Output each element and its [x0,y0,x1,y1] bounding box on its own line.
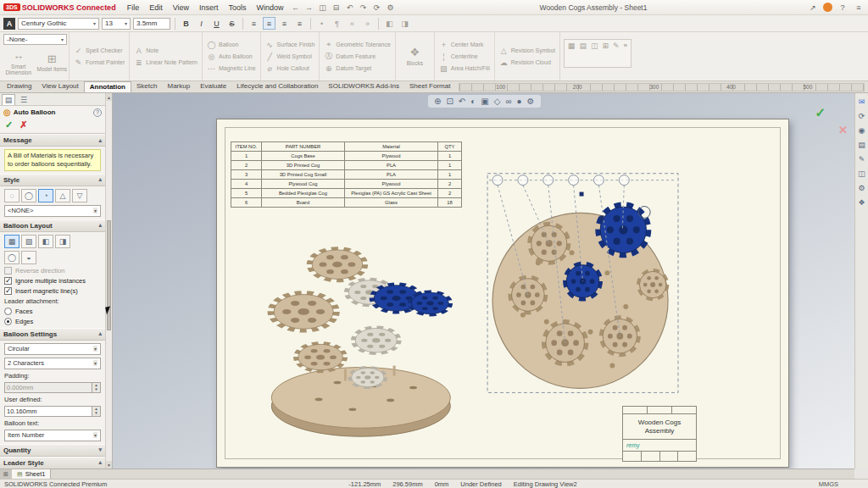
bullets-icon[interactable]: • [315,17,328,30]
text-format-icon[interactable]: A [3,18,15,30]
propertymanager-tab[interactable]: ▤ [2,94,15,105]
datum-target-button[interactable]: ⊕ Datum Target [324,63,390,74]
paragraph-icon[interactable]: ¶ [331,17,343,30]
sheet1-tab[interactable]: ▤ Sheet1 [12,469,51,479]
style-triangle-icon[interactable]: ▽ [72,189,87,202]
section-style[interactable]: Style ▴ [0,174,105,186]
refresh-icon[interactable]: ⟳ [859,112,865,120]
balloon-text-dropdown[interactable]: Item Number ▾ [4,430,101,441]
redo-icon[interactable]: ↷ [358,2,370,14]
menu-insert[interactable]: Insert [195,3,223,13]
menu-tools[interactable]: Tools [225,3,251,13]
previous-view-icon[interactable]: ↶ [459,97,465,106]
balloon-style-dropdown[interactable]: Circular ▾ [4,343,101,355]
more-icon[interactable]: » [624,42,627,49]
font-size-select[interactable]: 13 ▾ [102,18,131,30]
scroll-down-icon[interactable]: ▼ [106,461,112,469]
pattern-bottom-icon[interactable]: ▧ [21,235,36,248]
pattern-right-icon[interactable]: ◨ [55,235,70,248]
hole-table-icon[interactable]: ◫ [591,42,598,50]
edges-radio[interactable]: Edges [4,318,101,325]
section-balloon-settings[interactable]: Balloon Settings ▴ [0,328,105,341]
sheet-tab-corner-icon[interactable]: ⊞ [0,469,12,479]
help-icon[interactable]: ? [837,2,849,14]
smart-dimension-button[interactable]: ↔ Smart Dimension [2,45,36,80]
surface-finish-button[interactable]: ∿ Surface Finish [265,39,315,50]
revision-table-icon[interactable]: ✎ [613,42,620,50]
pattern-left-icon[interactable]: ◧ [38,235,53,248]
display-panes-icon[interactable]: ◫ [858,169,865,178]
pattern-circular-icon[interactable]: ◯ [4,251,19,264]
spell-checker-button[interactable]: ✓ Spell Checker [74,45,125,56]
menu-edit[interactable]: Edit [145,3,167,13]
revision-cloud-button[interactable]: ☁ Revision Cloud [499,57,555,68]
bold-button[interactable]: B [180,17,192,30]
column-right-icon[interactable]: ◨ [398,17,411,30]
cancel-button[interactable]: ✗ [19,119,27,130]
tasks-icon[interactable]: ▤ [858,141,865,149]
tab-annotation[interactable]: Annotation [84,81,131,92]
note-button[interactable]: A Note [134,45,198,56]
user-defined-stepper[interactable]: ▲▼ [92,406,101,417]
geometric-tolerance-button[interactable]: ⌖ Geometric Tolerance [324,39,390,50]
units-indicator[interactable]: MMGS [819,480,838,488]
options-icon[interactable]: ⚙ [385,2,397,14]
zoom-fit-icon[interactable]: ⊕ [434,97,441,106]
drawing-view2-top[interactable] [492,205,668,388]
style-split-icon[interactable]: ◔ [38,189,53,202]
section-view-icon[interactable]: ◐ [470,97,476,106]
user-defined-field[interactable]: 10.160mm [4,406,92,417]
ok-button[interactable]: ✓ [5,119,13,130]
font-name-select[interactable]: Century Gothic ▾ [18,18,99,30]
underline-button[interactable]: U [210,17,223,30]
view-orientation-icon[interactable]: ▣ [481,97,488,106]
model-items-button[interactable]: ⊞ Model Items [36,45,70,80]
save-icon[interactable]: ◫ [317,2,329,14]
bom-table[interactable]: ITEM NO. PART NUMBER Material QTY 1 Cogs… [231,141,462,208]
insert-magnetic-lines-checkbox[interactable]: Insert magnetic line(s) [4,287,101,295]
menu-view[interactable]: View [169,3,193,13]
tab-sketch[interactable]: Sketch [131,81,162,92]
align-center-icon[interactable]: ≡ [263,17,275,30]
balloon-button[interactable]: ◯ Balloon [207,39,256,50]
hide-show-items-icon[interactable]: ∞ [505,97,511,106]
strikethrough-button[interactable]: S [225,17,238,30]
section-leader-style[interactable]: Leader Style ▴ [0,457,105,469]
style-diamond-icon[interactable]: △ [55,189,70,202]
panel-scrollbar[interactable]: ▲ ▼ [105,93,112,469]
layer-dropdown[interactable]: -None- ▾ [3,34,67,45]
column-left-icon[interactable]: ◧ [383,17,396,30]
reverse-direction-checkbox[interactable]: Reverse direction [4,267,101,274]
title-block[interactable]: Wooden Cogs Assembly remy [622,406,697,462]
revision-symbol-button[interactable]: △ Revision Symbol [499,45,555,56]
weld-symbol-button[interactable]: ╱ Weld Symbol [265,51,315,62]
confirm-ok-button[interactable]: ✓ [815,105,826,120]
zoom-area-icon[interactable]: ⊡ [446,97,453,106]
align-justify-icon[interactable]: ≡ [293,17,306,30]
confirm-cancel-button[interactable]: ✕ [838,124,848,136]
tab-view-layout[interactable]: View Layout [36,81,83,92]
tab-addins[interactable]: SOLIDWORKS Add-Ins [323,81,404,92]
general-table-icon[interactable]: ▤ [579,42,587,50]
pattern-square-icon[interactable]: ▦ [4,235,19,248]
user-avatar[interactable] [823,3,832,12]
compass-icon[interactable]: ❖ [858,198,865,207]
print-icon[interactable]: ⊟ [331,2,342,14]
drawing-sheet[interactable]: ITEM NO. PART NUMBER Material QTY 1 Cogs… [216,119,789,468]
tab-drawing[interactable]: Drawing [2,81,36,92]
share-icon[interactable]: ↗ [807,2,819,14]
section-quantity[interactable]: Quantity ▾ [0,444,105,457]
configuration-tab[interactable]: ☰ [17,94,31,105]
undo-icon[interactable]: ↶ [344,2,356,14]
style-dropdown[interactable]: <NONE> ▾ [4,205,101,217]
drawing-view1-isometric[interactable] [271,249,450,437]
section-message[interactable]: Message ▴ [0,134,105,147]
rebuild-icon[interactable]: ⟳ [371,2,383,14]
markup-icon[interactable]: ✎ [859,155,865,164]
table-icon[interactable]: ▦ [568,42,576,50]
outdent-icon[interactable]: « [346,17,359,30]
eye-icon[interactable]: ◉ [859,126,865,135]
graphics-area[interactable]: ⊕ ⊡ ↶ ◐ ▣ ◇ ∞ ● ⚙ ✓ ✕ [113,93,854,469]
linear-note-pattern-button[interactable]: ≣ Linear Note Pattern [134,57,198,68]
tab-sheet-format[interactable]: Sheet Format [404,81,455,92]
